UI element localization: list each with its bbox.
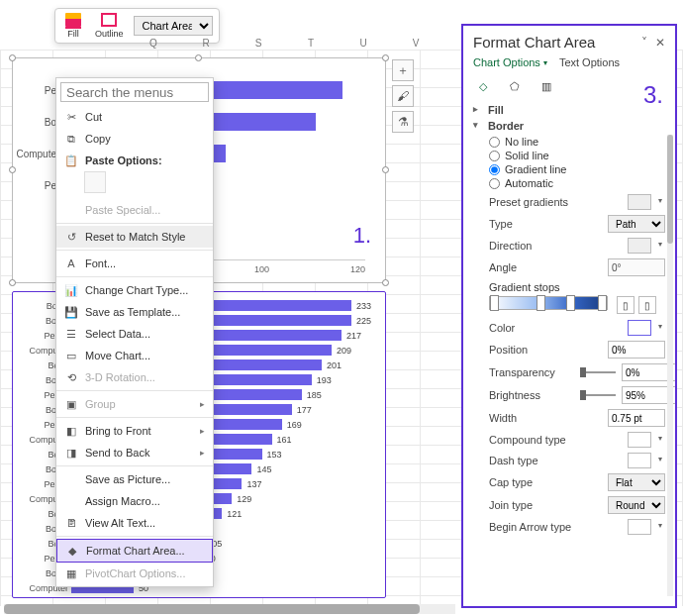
preset-gradients-picker[interactable] bbox=[628, 194, 651, 210]
menu-paste-special: Paste Special... bbox=[56, 199, 213, 221]
menu-font[interactable]: AFont... bbox=[56, 253, 213, 274]
compound-picker[interactable] bbox=[628, 432, 651, 448]
group-icon: ▣ bbox=[64, 397, 78, 411]
remove-stop-button[interactable]: ▯ bbox=[638, 296, 656, 314]
menu-send-back[interactable]: ◨Send to Back▸ bbox=[56, 442, 213, 463]
radio-solid-line[interactable]: Solid line bbox=[489, 150, 665, 161]
chart-side-buttons: ＋ 🖌 ⚗ bbox=[392, 59, 414, 133]
chart-styles-button[interactable]: 🖌 bbox=[392, 85, 414, 107]
position-input[interactable] bbox=[608, 341, 665, 359]
horizontal-scrollbar[interactable] bbox=[4, 604, 455, 614]
menu-save-template[interactable]: 💾Save as Template... bbox=[56, 301, 213, 323]
resize-handle[interactable] bbox=[9, 279, 16, 286]
width-input[interactable] bbox=[608, 409, 665, 427]
menu-cut[interactable]: ✂Cut bbox=[56, 106, 213, 128]
select-data-icon: ☰ bbox=[64, 327, 78, 341]
resize-handle[interactable] bbox=[195, 54, 202, 61]
alt-text-icon: 🖹 bbox=[64, 516, 78, 530]
menu-save-picture[interactable]: Save as Picture... bbox=[56, 468, 213, 490]
cut-icon: ✂ bbox=[64, 110, 78, 124]
dash-picker[interactable] bbox=[628, 453, 651, 468]
chart-element-select[interactable]: Chart Area bbox=[134, 16, 213, 36]
radio-gradient-line[interactable]: Gradient line bbox=[489, 163, 665, 175]
menu-assign-macro[interactable]: Assign Macro... bbox=[56, 490, 213, 512]
join-select[interactable]: Round bbox=[608, 496, 665, 514]
type-select[interactable]: Path bbox=[608, 215, 665, 233]
fill-icon bbox=[65, 13, 81, 27]
paste-icon: 📋 bbox=[64, 154, 78, 167]
brightness-slider[interactable] bbox=[580, 394, 616, 396]
menu-change-chart-type[interactable]: 📊Change Chart Type... bbox=[56, 279, 213, 301]
outline-icon bbox=[101, 13, 117, 27]
resize-handle[interactable] bbox=[382, 166, 389, 173]
template-icon: 💾 bbox=[64, 305, 78, 319]
cap-select[interactable]: Flat bbox=[608, 473, 665, 491]
context-menu: ✂Cut ⧉Copy 📋Paste Options: Paste Special… bbox=[55, 77, 214, 587]
outline-button[interactable]: Outline bbox=[91, 13, 128, 39]
menu-reset-style[interactable]: ↺Reset to Match Style bbox=[56, 226, 213, 248]
effects-tab-icon[interactable]: ⬠ bbox=[505, 76, 525, 96]
gradient-stops-track[interactable] bbox=[489, 296, 608, 310]
copy-icon: ⧉ bbox=[64, 132, 78, 146]
fill-label: Fill bbox=[67, 29, 79, 39]
chart-type-icon: 📊 bbox=[64, 283, 78, 297]
bring-front-icon: ◧ bbox=[64, 424, 78, 438]
color-picker[interactable] bbox=[628, 320, 651, 336]
transparency-slider[interactable] bbox=[580, 371, 616, 373]
outline-label: Outline bbox=[95, 29, 124, 39]
menu-format-chart-area[interactable]: ◆Format Chart Area... bbox=[56, 539, 213, 563]
menu-bring-front[interactable]: ◧Bring to Front▸ bbox=[56, 420, 213, 442]
pane-title: Format Chart Area bbox=[473, 34, 595, 51]
radio-automatic[interactable]: Automatic bbox=[489, 177, 665, 189]
menu-3d-rotation: ⟲3-D Rotation... bbox=[56, 366, 213, 388]
pivot-icon: ▦ bbox=[64, 566, 78, 580]
format-pane: Format Chart Area ˅ ✕ Chart Options ▾ Te… bbox=[461, 24, 677, 608]
fill-button[interactable]: Fill bbox=[61, 13, 85, 39]
annotation-3: 3. bbox=[643, 81, 663, 109]
menu-copy[interactable]: ⧉Copy bbox=[56, 128, 213, 150]
move-icon: ▭ bbox=[64, 349, 78, 362]
chart-filters-button[interactable]: ⚗ bbox=[392, 111, 414, 133]
begin-arrow-picker[interactable] bbox=[628, 519, 651, 535]
pane-scrollbar[interactable] bbox=[667, 135, 673, 596]
menu-move-chart[interactable]: ▭Move Chart... bbox=[56, 345, 213, 366]
fill-line-tab-icon[interactable]: ◇ bbox=[473, 76, 493, 96]
format-icon: ◆ bbox=[65, 544, 79, 558]
section-fill[interactable]: ▸Fill bbox=[473, 104, 665, 116]
resize-handle[interactable] bbox=[9, 54, 16, 61]
tab-chart-options[interactable]: Chart Options ▾ bbox=[473, 56, 547, 68]
menu-pivotchart-options: ▦PivotChart Options... bbox=[56, 563, 213, 584]
reset-icon: ↺ bbox=[64, 230, 78, 244]
direction-picker[interactable] bbox=[628, 238, 651, 254]
angle-input bbox=[608, 258, 665, 276]
radio-no-line[interactable]: No line bbox=[489, 136, 665, 148]
section-border[interactable]: ▾Border bbox=[473, 120, 665, 132]
tab-text-options[interactable]: Text Options bbox=[559, 56, 620, 68]
send-back-icon: ◨ bbox=[64, 446, 78, 460]
font-icon: A bbox=[64, 257, 78, 270]
chart-elements-button[interactable]: ＋ bbox=[392, 59, 414, 81]
menu-view-alt-text[interactable]: 🖹View Alt Text... bbox=[56, 512, 213, 534]
pane-dropdown-icon[interactable]: ˅ bbox=[641, 36, 647, 50]
chevron-down-icon: ▾ bbox=[543, 58, 547, 67]
resize-handle[interactable] bbox=[9, 166, 16, 173]
paste-option-button[interactable] bbox=[84, 171, 106, 193]
resize-handle[interactable] bbox=[382, 279, 389, 286]
rotation-icon: ⟲ bbox=[64, 370, 78, 384]
resize-handle[interactable] bbox=[382, 54, 389, 61]
menu-group: ▣Group▸ bbox=[56, 393, 213, 415]
size-tab-icon[interactable]: ▥ bbox=[537, 76, 556, 96]
menu-search-input[interactable] bbox=[60, 82, 209, 102]
add-stop-button[interactable]: ▯ bbox=[617, 296, 634, 314]
menu-select-data[interactable]: ☰Select Data... bbox=[56, 323, 213, 345]
pane-close-icon[interactable]: ✕ bbox=[655, 36, 665, 50]
annotation-1: 1. bbox=[353, 223, 371, 249]
menu-paste-options: 📋Paste Options: bbox=[56, 150, 213, 171]
column-headers: QRS TUV bbox=[146, 38, 423, 49]
